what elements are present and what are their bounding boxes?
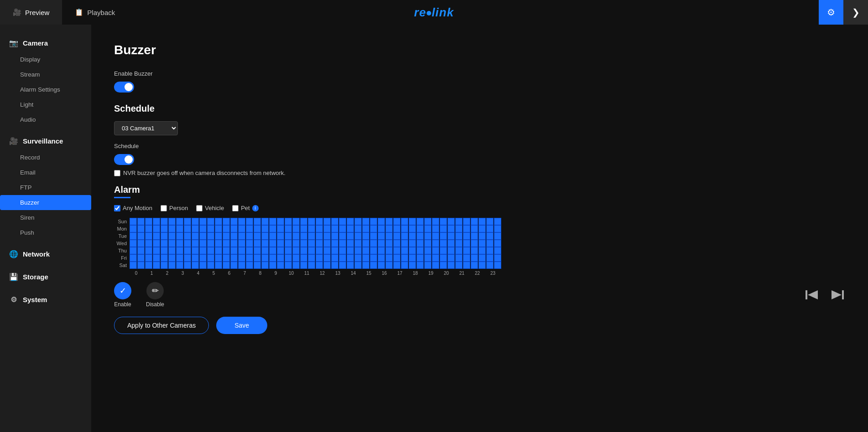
grid-cell[interactable] [130, 225, 137, 232]
grid-cell[interactable] [308, 247, 315, 254]
grid-cell[interactable] [447, 262, 455, 269]
grid-cell[interactable] [153, 240, 160, 247]
grid-cell[interactable] [238, 247, 245, 254]
grid-cell[interactable] [137, 232, 145, 240]
grid-cell[interactable] [246, 247, 253, 254]
grid-cell[interactable] [130, 232, 137, 240]
grid-cell[interactable] [230, 247, 238, 254]
grid-cell[interactable] [463, 225, 470, 232]
sidebar-item-audio[interactable]: Audio [0, 112, 91, 127]
grid-cell[interactable] [447, 247, 455, 254]
grid-cell[interactable] [347, 254, 354, 262]
grid-cell[interactable] [261, 262, 269, 269]
grid-cell[interactable] [277, 240, 284, 247]
grid-cell[interactable] [308, 240, 315, 247]
grid-cell[interactable] [176, 240, 183, 247]
grid-cell[interactable] [292, 247, 300, 254]
sidebar-item-stream[interactable]: Stream [0, 67, 91, 82]
grid-cell[interactable] [471, 218, 478, 225]
grid-cell[interactable] [300, 218, 307, 225]
grid-cell[interactable] [362, 262, 369, 269]
grid-cell[interactable] [161, 247, 168, 254]
grid-cell[interactable] [223, 247, 230, 254]
grid-cell[interactable] [409, 262, 416, 269]
grid-cell[interactable] [331, 262, 338, 269]
grid-cell[interactable] [161, 218, 168, 225]
grid-cell[interactable] [486, 232, 494, 240]
grid-cell[interactable] [478, 218, 486, 225]
grid-cell[interactable] [416, 240, 424, 247]
grid-cell[interactable] [347, 247, 354, 254]
grid-cell[interactable] [455, 240, 463, 247]
grid-cell[interactable] [254, 262, 261, 269]
grid-cell[interactable] [440, 218, 447, 225]
grid-cell[interactable] [416, 232, 424, 240]
grid-cell[interactable] [416, 254, 424, 262]
grid-cell[interactable] [401, 262, 408, 269]
grid-cell[interactable] [300, 232, 307, 240]
grid-cell[interactable] [393, 225, 400, 232]
grid-cell[interactable] [486, 247, 494, 254]
playback-nav-item[interactable]: 📋 Playback [62, 0, 128, 25]
grid-cell[interactable] [246, 240, 253, 247]
grid-cell[interactable] [192, 262, 199, 269]
grid-cell[interactable] [378, 232, 385, 240]
grid-cell[interactable] [463, 254, 470, 262]
grid-cell[interactable] [176, 218, 183, 225]
grid-cell[interactable] [246, 232, 253, 240]
grid-cell[interactable] [261, 232, 269, 240]
grid-cell[interactable] [184, 262, 191, 269]
grid-cell[interactable] [385, 254, 393, 262]
grid-cell[interactable] [277, 232, 284, 240]
grid-cell[interactable] [339, 240, 346, 247]
grid-cell[interactable] [192, 232, 199, 240]
sidebar-item-siren[interactable]: Siren [0, 210, 91, 225]
grid-cell[interactable] [285, 225, 292, 232]
grid-cell[interactable] [323, 232, 331, 240]
grid-cell[interactable] [153, 232, 160, 240]
grid-cell[interactable] [246, 262, 253, 269]
grid-cell[interactable] [432, 218, 439, 225]
grid-cell[interactable] [153, 262, 160, 269]
grid-cell[interactable] [432, 247, 439, 254]
grid-cell[interactable] [354, 262, 362, 269]
grid-cell[interactable] [215, 225, 222, 232]
grid-cell[interactable] [285, 240, 292, 247]
sidebar-item-buzzer[interactable]: Buzzer [0, 195, 91, 210]
grid-cell[interactable] [339, 262, 346, 269]
grid-cell[interactable] [168, 240, 176, 247]
grid-cell[interactable] [192, 254, 199, 262]
grid-cell[interactable] [323, 247, 331, 254]
grid-cell[interactable] [130, 247, 137, 254]
grid-cell[interactable] [254, 232, 261, 240]
grid-cell[interactable] [494, 218, 501, 225]
grid-cell[interactable] [254, 240, 261, 247]
grid-cell[interactable] [378, 218, 385, 225]
grid-cell[interactable] [316, 254, 323, 262]
grid-cell[interactable] [494, 225, 501, 232]
grid-cell[interactable] [447, 225, 455, 232]
grid-cell[interactable] [308, 225, 315, 232]
grid-cell[interactable] [440, 254, 447, 262]
grid-cell[interactable] [285, 254, 292, 262]
grid-cell[interactable] [385, 232, 393, 240]
grid-cell[interactable] [378, 262, 385, 269]
grid-cell[interactable] [471, 225, 478, 232]
grid-cell[interactable] [316, 218, 323, 225]
grid-cell[interactable] [161, 232, 168, 240]
grid-cell[interactable] [277, 247, 284, 254]
sidebar-section-header-system[interactable]: ⚙ System [0, 290, 91, 309]
grid-cell[interactable] [316, 225, 323, 232]
grid-cell[interactable] [292, 232, 300, 240]
grid-cell[interactable] [207, 254, 214, 262]
grid-cell[interactable] [308, 218, 315, 225]
grid-cell[interactable] [168, 232, 176, 240]
grid-cell[interactable] [168, 247, 176, 254]
vehicle-checkbox[interactable] [196, 205, 203, 211]
grid-cell[interactable] [223, 225, 230, 232]
grid-cell[interactable] [385, 240, 393, 247]
grid-cell[interactable] [285, 247, 292, 254]
grid-cell[interactable] [354, 218, 362, 225]
grid-cell[interactable] [385, 225, 393, 232]
grid-cell[interactable] [471, 240, 478, 247]
